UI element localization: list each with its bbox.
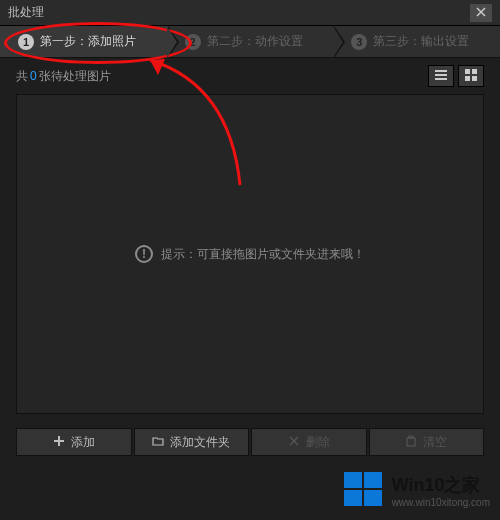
step-number-icon: 1: [18, 34, 34, 50]
grid-view-button[interactable]: [458, 65, 484, 87]
clear-button[interactable]: 清空: [369, 428, 485, 456]
clear-label: 清空: [423, 434, 447, 451]
svg-rect-0: [435, 70, 447, 72]
grid-icon: [464, 68, 478, 85]
title-bar: 批处理: [0, 0, 500, 26]
svg-rect-3: [465, 69, 470, 74]
drop-hint-text: 提示：可直接拖图片或文件夹进来哦！: [161, 246, 365, 263]
folder-icon: [152, 435, 164, 450]
pending-count: 0: [30, 69, 37, 83]
close-button[interactable]: [470, 4, 492, 22]
step-number-icon: 3: [351, 34, 367, 50]
window-title: 批处理: [8, 4, 470, 21]
count-suffix: 张待处理图片: [39, 68, 111, 85]
count-prefix: 共: [16, 68, 28, 85]
svg-rect-11: [364, 490, 382, 506]
watermark: Win10之家 www.win10xitong.com: [342, 468, 490, 512]
svg-rect-2: [435, 78, 447, 80]
add-folder-button[interactable]: 添加文件夹: [134, 428, 250, 456]
windows-logo-icon: [342, 468, 386, 512]
svg-rect-5: [465, 76, 470, 81]
add-button[interactable]: 添加: [16, 428, 132, 456]
bottom-toolbar: 添加 添加文件夹 删除 清空: [16, 428, 484, 456]
plus-icon: [53, 435, 65, 450]
delete-button[interactable]: 删除: [251, 428, 367, 456]
delete-icon: [288, 435, 300, 450]
clear-icon: [405, 435, 417, 450]
svg-rect-9: [364, 472, 382, 488]
list-icon: [434, 68, 448, 85]
svg-rect-10: [344, 490, 362, 506]
info-icon: !: [135, 245, 153, 263]
watermark-url: www.win10xitong.com: [392, 497, 490, 508]
close-icon: [476, 6, 486, 20]
svg-rect-6: [472, 76, 477, 81]
add-label: 添加: [71, 434, 95, 451]
svg-rect-4: [472, 69, 477, 74]
add-folder-label: 添加文件夹: [170, 434, 230, 451]
drop-hint: ! 提示：可直接拖图片或文件夹进来哦！: [135, 245, 365, 263]
watermark-title: Win10之家: [392, 473, 490, 497]
list-view-button[interactable]: [428, 65, 454, 87]
step-label: 第三步：输出设置: [373, 33, 469, 50]
delete-label: 删除: [306, 434, 330, 451]
annotation-arrow: [110, 45, 270, 205]
svg-rect-1: [435, 74, 447, 76]
svg-rect-8: [344, 472, 362, 488]
svg-rect-7: [407, 438, 415, 446]
step-3-output-settings[interactable]: 3 第三步：输出设置: [333, 26, 500, 57]
